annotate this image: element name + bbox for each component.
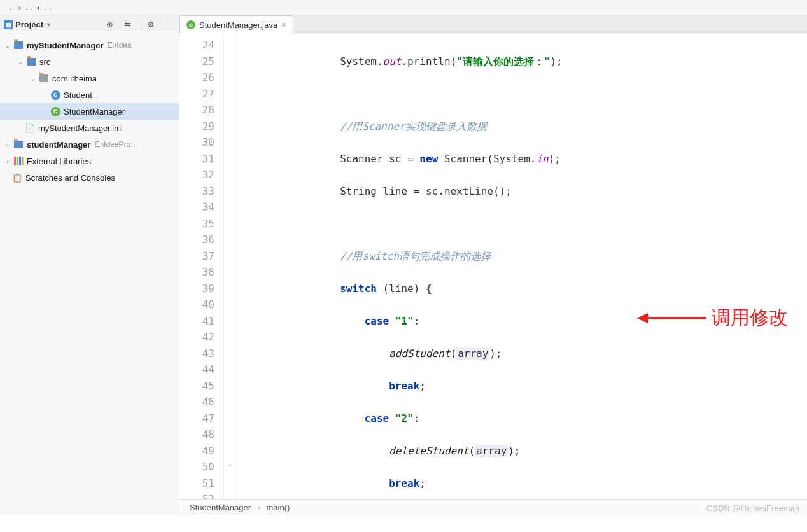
tab-studentmanager[interactable]: C StudentManager.java × <box>179 15 293 34</box>
tree-src[interactable]: ⌄src <box>0 53 179 70</box>
tree-proj2[interactable]: ›studentManagerE:\IdeaPro… <box>0 136 179 153</box>
settings-icon[interactable]: ⚙ <box>144 18 157 31</box>
line-gutter: 2425262728293031323334353637383940414243… <box>179 34 224 499</box>
editor-tabs: C StudentManager.java × <box>179 15 807 34</box>
project-sidebar: ▤ Project ▼ ⊕ ⇆ ⚙ — ⌄myStudentManagerE:\… <box>0 15 179 515</box>
tree-extlib[interactable]: ›External Libraries <box>0 153 179 169</box>
code-content[interactable]: System.out.println("请输入你的选择："); //用Scann… <box>237 34 670 499</box>
tab-label: StudentManager.java <box>199 20 277 30</box>
expand-icon[interactable]: ⇆ <box>121 18 134 31</box>
locate-icon[interactable]: ⊕ <box>103 18 116 31</box>
fold-gutter: ⌃⊕ <box>224 34 237 499</box>
editor-breadcrumb: StudentManager › main() CSDN @HainesFree… <box>179 499 807 515</box>
project-tree: ⌄myStudentManagerE:\Idea ⌄src ⌄com.ithei… <box>0 34 179 188</box>
project-title[interactable]: ▤ Project ▼ <box>4 20 98 29</box>
hide-icon[interactable]: — <box>162 18 175 31</box>
sidebar-header: ▤ Project ▼ ⊕ ⇆ ⚙ — <box>0 15 179 34</box>
tree-student[interactable]: CStudent <box>0 87 179 103</box>
tree-iml[interactable]: 📄myStudentManager.iml <box>0 120 179 136</box>
tree-package[interactable]: ⌄com.itheima <box>0 70 179 87</box>
path-breadcrumb: …›…›… <box>0 0 807 15</box>
tree-studentmanager[interactable]: CStudentManager <box>0 103 179 120</box>
bc-class[interactable]: StudentManager <box>190 503 251 512</box>
editor-panel: C StudentManager.java × 2425262728293031… <box>179 15 807 515</box>
code-editor[interactable]: 2425262728293031323334353637383940414243… <box>179 34 807 499</box>
watermark: CSDN @HainesFreeman <box>706 503 799 513</box>
close-icon[interactable]: × <box>281 20 286 30</box>
bc-method[interactable]: main() <box>266 503 290 512</box>
tree-root[interactable]: ⌄myStudentManagerE:\Idea <box>0 37 179 53</box>
tree-scratches[interactable]: 📋Scratches and Consoles <box>0 169 179 186</box>
